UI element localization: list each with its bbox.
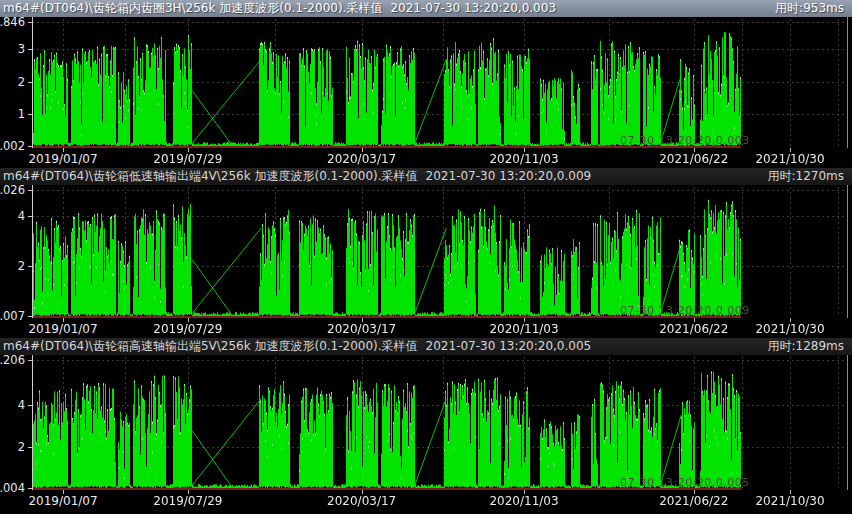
- panel-titlebar-1[interactable]: m64#(DT064)\齿轮箱内齿圈3H\256k 加速度波形(0.1-2000…: [0, 0, 852, 17]
- x-axis-labels: 2019/01/072019/07/292020/03/172020/11/03…: [0, 318, 852, 338]
- elapsed-time: 用时:1270ms: [767, 168, 852, 185]
- y-axis-labels: 5.026240.007: [0, 185, 32, 318]
- y-max-label: 5.026: [0, 183, 25, 197]
- channel-title: m64#(DT064)\齿轮箱低速轴输出端4V\256k 加速度波形(0.1-2…: [0, 168, 418, 185]
- panel-titlebar-2[interactable]: m64#(DT064)\齿轮箱低速轴输出端4V\256k 加速度波形(0.1-2…: [0, 168, 852, 185]
- waveform-panel-2: m64#(DT064)\齿轮箱低速轴输出端4V\256k 加速度波形(0.1-2…: [0, 168, 852, 338]
- x-tick-label: 2020/11/03: [489, 322, 558, 336]
- cursor-readout: 07-30 13:20:20,0.009: [620, 304, 750, 317]
- y-tick-label: 2: [18, 440, 25, 454]
- y-max-label: 3.846: [0, 15, 25, 29]
- waveform-panel-3: m64#(DT064)\齿轮箱高速轴输出端5V\256k 加速度波形(0.1-2…: [0, 338, 852, 514]
- x-tick-label: 2020/03/17: [327, 322, 396, 336]
- x-tick-label: 2020/11/03: [489, 152, 558, 166]
- y-tick-label: 4: [18, 209, 25, 223]
- x-tick-label: 2021/10/30: [755, 152, 824, 166]
- x-tick-label: 2019/07/29: [153, 494, 222, 508]
- panel-titlebar-3[interactable]: m64#(DT064)\齿轮箱高速轴输出端5V\256k 加速度波形(0.1-2…: [0, 338, 852, 355]
- channel-title: m64#(DT064)\齿轮箱内齿圈3H\256k 加速度波形(0.1-2000…: [0, 0, 382, 17]
- x-tick-label: 2021/06/22: [659, 322, 728, 336]
- x-tick-label: 2020/03/17: [327, 152, 396, 166]
- x-tick-label: 2019/01/07: [28, 322, 97, 336]
- x-tick-label: 2021/06/22: [659, 152, 728, 166]
- x-tick-label: 2019/01/07: [28, 494, 97, 508]
- waveform-canvas[interactable]: [32, 17, 848, 148]
- sample-timestamp: 2021-07-30 13:20:20,0.005: [426, 338, 592, 355]
- waveform-canvas[interactable]: [32, 185, 848, 318]
- plot-area-3[interactable]: 6.206240.004 07-30 13:20:20,0.005: [0, 355, 852, 490]
- x-tick-label: 2021/10/30: [755, 322, 824, 336]
- cursor-readout: 07-30 13:20:20,0.003: [620, 134, 750, 147]
- sample-timestamp: 2021-07-30 13:20:20,0.003: [390, 0, 556, 17]
- x-tick-label: 2020/11/03: [489, 494, 558, 508]
- elapsed-time: 用时:953ms: [775, 0, 852, 17]
- cursor-readout: 07-30 13:20:20,0.005: [620, 476, 750, 489]
- sample-timestamp: 2021-07-30 13:20:20,0.009: [426, 168, 592, 185]
- y-tick-label: 2: [18, 75, 25, 89]
- channel-title: m64#(DT064)\齿轮箱高速轴输出端5V\256k 加速度波形(0.1-2…: [0, 338, 418, 355]
- plot-area-1[interactable]: 3.8461230.002 07-30 13:20:20,0.003: [0, 17, 852, 148]
- x-tick-label: 2021/10/30: [755, 494, 824, 508]
- elapsed-time: 用时:1289ms: [767, 338, 852, 355]
- y-max-label: 6.206: [0, 353, 25, 367]
- y-axis-labels: 6.206240.004: [0, 355, 32, 490]
- x-axis-labels: 2019/01/072019/07/292020/03/172020/11/03…: [0, 148, 852, 168]
- x-tick-label: 2019/01/07: [28, 152, 97, 166]
- y-tick-label: 2: [18, 259, 25, 273]
- x-tick-label: 2021/06/22: [659, 494, 728, 508]
- x-axis-labels: 2019/01/072019/07/292020/03/172020/11/03…: [0, 490, 852, 514]
- y-axis-labels: 3.8461230.002: [0, 17, 32, 148]
- plot-area-2[interactable]: 5.026240.007 07-30 13:20:20,0.009: [0, 185, 852, 318]
- y-tick-label: 1: [18, 107, 25, 121]
- x-tick-label: 2020/03/17: [327, 494, 396, 508]
- waveform-panel-1: m64#(DT064)\齿轮箱内齿圈3H\256k 加速度波形(0.1-2000…: [0, 0, 852, 168]
- y-tick-label: 3: [18, 42, 25, 56]
- x-tick-label: 2019/07/29: [153, 322, 222, 336]
- x-tick-label: 2019/07/29: [153, 152, 222, 166]
- y-tick-label: 4: [18, 398, 25, 412]
- waveform-canvas[interactable]: [32, 355, 848, 490]
